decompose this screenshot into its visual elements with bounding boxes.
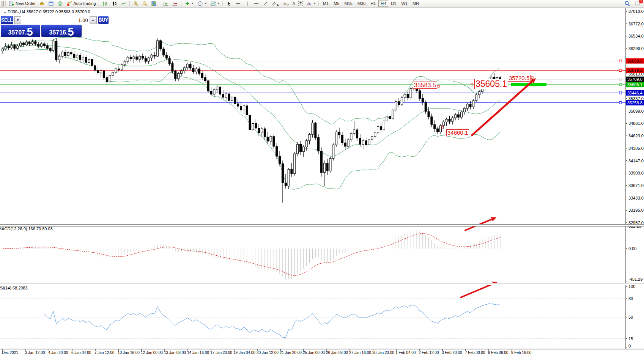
text-label-tool[interactable]: T [297, 0, 304, 7]
line-chart-button[interactable] [119, 0, 128, 7]
tile-windows-icon [151, 1, 157, 6]
timeframe-w1[interactable]: W1 [399, 0, 410, 7]
sell-price-button[interactable]: 35707.5 [1, 25, 40, 37]
price-annotation-label[interactable]: 35720.5 [508, 75, 531, 82]
timeframe-h1[interactable]: H1 [368, 0, 378, 7]
shapes-tool[interactable] [305, 0, 317, 7]
svg-text:19 Jan 04:00: 19 Jan 04:00 [233, 351, 255, 355]
trendline-tool[interactable] [261, 0, 270, 7]
channel-tool[interactable]: E [270, 0, 280, 7]
svg-text:36059.6: 36059.6 [627, 59, 642, 63]
timeframe-mn[interactable]: MN [410, 0, 421, 7]
svg-text:34861.0: 34861.0 [628, 121, 644, 126]
macd-panel-sizer[interactable] [0, 224, 644, 226]
fibonacci-tool[interactable]: F [280, 0, 290, 7]
macd-label: MACD(12,26,9) 166.70 89.03 [0, 226, 53, 231]
candlestick-chart-icon [112, 1, 117, 6]
drawn-objects[interactable] [438, 77, 546, 297]
price-annotation-label[interactable]: 35583.5 [413, 82, 437, 89]
chart-area[interactable]: 37010.036772.036534.036296.035813.035337… [0, 0, 644, 357]
volume-increase-button[interactable] [90, 16, 96, 24]
svg-text:0: 0 [628, 344, 631, 348]
svg-text:80: 80 [628, 296, 633, 301]
new-order-button[interactable]: New Order [7, 0, 37, 7]
svg-text:1 Feb 04:00: 1 Feb 04:00 [395, 351, 416, 355]
sell-button[interactable]: SELL [1, 16, 13, 24]
zoom-out-icon [142, 1, 148, 6]
svg-text:3 Feb 20:00: 3 Feb 20:00 [442, 351, 462, 355]
signals-button[interactable] [56, 0, 65, 7]
templates-button[interactable] [209, 0, 221, 7]
svg-text:7 Jan 12:00: 7 Jan 12:00 [94, 351, 115, 355]
indicators-button[interactable] [183, 0, 195, 7]
zoom-in-icon [133, 1, 139, 6]
horizontal-line-tool[interactable] [252, 0, 261, 7]
chart-shift-icon [172, 1, 178, 6]
cursor-tool-button[interactable] [225, 0, 233, 7]
text-tool[interactable]: A [291, 0, 297, 7]
timeframe-d1[interactable]: D1 [389, 0, 398, 7]
price-annotation-label[interactable]: 35605.1 [474, 79, 508, 89]
svg-text:Dec 2021: Dec 2021 [2, 351, 18, 355]
timeframe-m1[interactable]: M1 [321, 0, 331, 7]
search-button[interactable] [623, 0, 631, 7]
template-icon [210, 1, 216, 6]
autotrading-icon [66, 1, 72, 6]
timeframe-h4[interactable]: H4 [378, 0, 388, 7]
data-window-icon [48, 1, 54, 6]
vertical-line-icon [244, 1, 250, 6]
notifications-button[interactable]: 1 [633, 0, 642, 7]
triangle-down-icon [17, 19, 19, 21]
svg-text:26 Jan 08:00: 26 Jan 08:00 [326, 351, 348, 355]
tile-windows-button[interactable] [150, 0, 158, 7]
crosshair-tool-button[interactable] [234, 0, 242, 7]
toolbar-separator [181, 1, 181, 6]
periods-button[interactable] [196, 0, 208, 7]
volume-input[interactable] [21, 16, 90, 24]
auto-scroll-icon [163, 1, 169, 6]
autotrading-button[interactable]: AutoTrading [65, 0, 98, 7]
search-icon [624, 1, 630, 6]
price-annotation-label[interactable]: 34660.1 [446, 129, 469, 136]
auto-scroll-button[interactable] [162, 0, 170, 7]
buy-button[interactable]: BUY [98, 16, 109, 24]
macd-axis: 312.260.00-451.29 [626, 224, 642, 282]
buy-price-button[interactable]: 35716.5 [41, 25, 82, 37]
svg-text:12 Jan 00:00: 12 Jan 00:00 [141, 351, 163, 355]
timeframe-m30[interactable]: M30 [355, 0, 368, 7]
trend-arrow [461, 284, 493, 297]
bar-chart-button[interactable] [101, 0, 110, 7]
svg-text:30 Jan 23:00: 30 Jan 23:00 [372, 351, 394, 355]
clock-icon [197, 1, 203, 6]
one-click-trading-panel: SELL BUY 35707.5 35716.5 [1, 16, 82, 37]
svg-text:35258.8: 35258.8 [627, 101, 642, 105]
channel-letter: E [277, 3, 279, 6]
data-window-button[interactable] [47, 0, 55, 7]
rsi-panel-sizer[interactable] [0, 283, 644, 285]
svg-text:37010.0: 37010.0 [628, 9, 644, 14]
chevron-down-icon [217, 3, 220, 4]
annotation-marker [438, 85, 439, 87]
toolbar-drag-handle [222, 1, 224, 6]
timeframe-m5[interactable]: M5 [331, 0, 342, 7]
zoom-out-button[interactable] [140, 0, 149, 7]
chart-shift-button[interactable] [171, 0, 180, 7]
svg-text:8 Feb 08:00: 8 Feb 08:00 [488, 351, 509, 355]
toolbar-separator [129, 1, 130, 6]
svg-text:27 Jan 16:00: 27 Jan 16:00 [349, 351, 371, 355]
candlestick-chart-button[interactable] [110, 0, 119, 7]
trendline-icon [263, 1, 268, 6]
toolbar-drag-handle [99, 1, 100, 6]
volume-decrease-button[interactable] [14, 16, 21, 24]
rsi-line [44, 303, 500, 338]
zoom-in-button[interactable] [131, 0, 140, 7]
svg-text:33671.0: 33671.0 [628, 183, 644, 188]
svg-text:7 Feb 00:00: 7 Feb 00:00 [465, 351, 485, 355]
macd-histogram [3, 231, 500, 280]
svg-text:2 Feb 12:00: 2 Feb 12:00 [419, 351, 439, 355]
timeframe-m15[interactable]: M15 [342, 0, 354, 7]
svg-text:35605.1: 35605.1 [627, 82, 642, 87]
market-watch-button[interactable] [38, 0, 46, 7]
svg-text:25 Jan 00:00: 25 Jan 00:00 [303, 351, 325, 355]
vertical-line-tool[interactable] [243, 0, 252, 7]
